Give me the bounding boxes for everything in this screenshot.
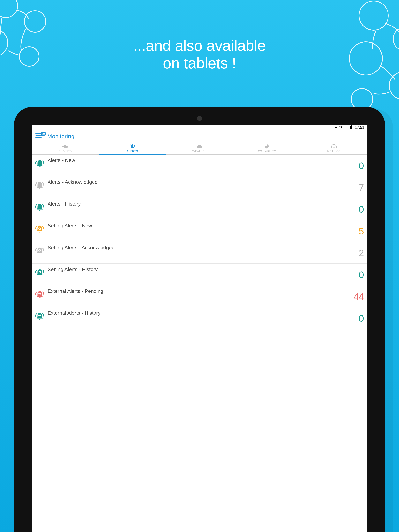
- svg-point-0: [0, 0, 18, 18]
- tab-metrics[interactable]: METRICS: [300, 143, 367, 154]
- tab-label: ENGINES: [59, 150, 72, 153]
- tab-availability[interactable]: AVAILABILITY: [233, 143, 300, 154]
- metrics-icon: [331, 144, 337, 149]
- svg-point-1: [24, 11, 46, 32]
- status-time: 17:51: [354, 125, 364, 130]
- bell-icon: [33, 201, 46, 213]
- promo-headline: ...and also available on tablets !: [0, 37, 399, 72]
- bluetooth-icon: ✱: [335, 125, 337, 129]
- engines-icon: [62, 144, 68, 149]
- menu-button[interactable]: 79: [35, 133, 44, 139]
- signal-icon: [345, 125, 348, 129]
- svg-rect-9: [345, 127, 345, 128]
- list-item[interactable]: Setting Alerts - New5: [32, 220, 367, 242]
- row-count: 0: [359, 160, 364, 171]
- row-count: 0: [359, 313, 364, 324]
- tab-bar: ENGINESALERTSWEATHERAVAILABILITYMETRICS: [32, 143, 367, 155]
- app-title: Monitoring: [47, 133, 74, 140]
- list-item[interactable]: External Alerts - Pending44: [32, 285, 367, 307]
- bell-ext-icon: [33, 310, 46, 322]
- row-count: 5: [359, 226, 364, 237]
- svg-point-4: [359, 1, 388, 30]
- menu-badge: 79: [40, 132, 46, 136]
- promo-line-2: on tablets !: [163, 55, 236, 72]
- svg-point-8: [351, 89, 373, 110]
- row-title: Alerts - History: [46, 201, 359, 207]
- status-bar: ✱ 17:51: [32, 125, 367, 130]
- row-title: External Alerts - Pending: [46, 288, 354, 294]
- tab-label: ALERTS: [127, 150, 138, 153]
- row-count: 44: [354, 291, 364, 302]
- tab-engines[interactable]: ENGINES: [32, 143, 99, 154]
- app-top-bar: 79 Monitoring: [32, 130, 367, 143]
- alerts-icon: [129, 144, 135, 149]
- tab-label: AVAILABILITY: [257, 150, 276, 153]
- row-count: 2: [359, 248, 364, 259]
- battery-icon: [350, 125, 353, 130]
- svg-rect-10: [346, 127, 346, 128]
- tab-label: WEATHER: [193, 150, 206, 153]
- availability-icon: [264, 144, 270, 149]
- list-item[interactable]: Setting Alerts - History0: [32, 264, 367, 285]
- svg-rect-14: [350, 126, 353, 129]
- svg-rect-13: [351, 125, 352, 126]
- bell-ext-icon: [33, 289, 46, 300]
- svg-rect-12: [348, 126, 348, 128]
- promo-line-1: ...and also available: [134, 37, 266, 54]
- list-item[interactable]: Alerts - New0: [32, 155, 367, 177]
- row-title: Alerts - New: [46, 157, 359, 163]
- weather-icon: [197, 144, 202, 149]
- row-title: Setting Alerts - Acknowledged: [46, 244, 359, 251]
- list-item[interactable]: Setting Alerts - Acknowledged2: [32, 242, 367, 264]
- tab-weather[interactable]: WEATHER: [166, 143, 233, 154]
- bell-icon: [33, 180, 46, 191]
- wifi-icon: [339, 125, 343, 129]
- row-title: Setting Alerts - New: [46, 222, 359, 229]
- tab-alerts[interactable]: ALERTS: [99, 143, 166, 154]
- list-item[interactable]: Alerts - Acknowledged7: [32, 177, 367, 198]
- list-item[interactable]: Alerts - History0: [32, 198, 367, 220]
- row-title: Alerts - Acknowledged: [46, 179, 359, 185]
- row-count: 0: [359, 270, 364, 281]
- tablet-camera-icon: [197, 116, 202, 121]
- list-item[interactable]: External Alerts - History0: [32, 307, 367, 329]
- bell-gear-icon: [33, 245, 46, 257]
- bell-gear-icon: [33, 223, 46, 235]
- tablet-frame: ✱ 17:51 79 Monitoring ENGINESALERTSWE: [14, 107, 385, 532]
- svg-point-7: [389, 72, 399, 99]
- row-title: Setting Alerts - History: [46, 266, 359, 272]
- bell-gear-icon: [33, 267, 46, 279]
- app-screen: ✱ 17:51 79 Monitoring ENGINESALERTSWE: [32, 125, 367, 532]
- row-count: 7: [359, 182, 364, 193]
- row-count: 0: [359, 204, 364, 215]
- tab-label: METRICS: [327, 150, 340, 153]
- svg-rect-11: [347, 126, 347, 128]
- bell-icon: [33, 158, 46, 169]
- alert-list: Alerts - New0Alerts - Acknowledged7Alert…: [32, 155, 367, 329]
- row-title: External Alerts - History: [46, 310, 359, 316]
